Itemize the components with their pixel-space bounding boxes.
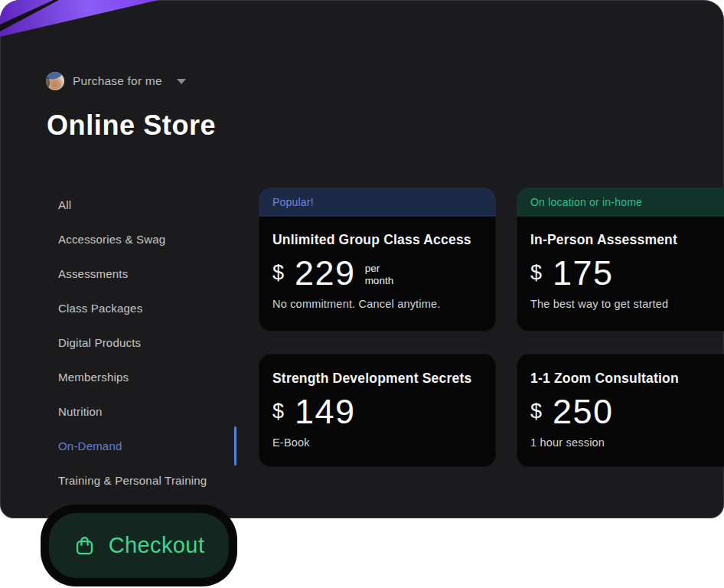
- product-subtitle: The best way to get started: [530, 298, 724, 310]
- product-card-in-person-assessment[interactable]: On location or in-home In-Person Assessm…: [517, 188, 724, 332]
- currency-symbol: $: [272, 400, 284, 423]
- price-amount: 229: [295, 256, 356, 291]
- product-title: 1-1 Zoom Consultation: [530, 371, 724, 387]
- checkout-label: Checkout: [109, 533, 205, 558]
- price-row: $ 250: [530, 394, 724, 430]
- currency-symbol: $: [272, 261, 284, 285]
- purple-swoosh-decoration: [0, 0, 168, 46]
- screenshot-root: { "header": { "purchase_for_label": "Pur…: [0, 0, 724, 588]
- product-card-strength-development-secrets[interactable]: Strength Development Secrets $ 149 E-Boo…: [259, 354, 496, 467]
- purchase-for-label: Purchase for me: [73, 74, 162, 88]
- avatar: [46, 72, 64, 90]
- sidebar-item-all[interactable]: All: [58, 188, 234, 222]
- currency-symbol: $: [530, 400, 542, 423]
- active-category-indicator: [234, 426, 236, 466]
- price-amount: 250: [553, 394, 614, 430]
- chevron-down-icon: [177, 79, 186, 84]
- checkout-button-outline: Checkout: [41, 505, 237, 586]
- category-sidebar: All Accessories & Swag Assessments Class…: [58, 188, 234, 498]
- product-title: Strength Development Secrets: [272, 371, 482, 387]
- product-title: In-Person Assessment: [530, 232, 724, 248]
- product-subtitle: No commitment. Cancel anytime.: [272, 298, 482, 310]
- product-title: Unlimited Group Class Access: [272, 232, 482, 248]
- online-store-panel: Purchase for me Online Store All Accesso…: [0, 0, 724, 518]
- shopping-bag-icon: [73, 534, 96, 557]
- on-location-badge: On location or in-home: [517, 188, 724, 217]
- price-period: per month: [365, 263, 394, 287]
- sidebar-item-training-personal-training[interactable]: Training & Personal Training: [58, 463, 234, 498]
- price-row: $ 229 per month: [272, 256, 482, 291]
- sidebar-item-nutrition[interactable]: Nutrition: [58, 394, 234, 429]
- price-amount: 175: [553, 256, 614, 291]
- product-card-zoom-consultation[interactable]: 1-1 Zoom Consultation $ 250 1 hour sessi…: [517, 354, 724, 467]
- purchase-for-dropdown[interactable]: Purchase for me: [46, 72, 186, 90]
- sidebar-item-on-demand[interactable]: On-Demand: [58, 429, 234, 463]
- price-row: $ 149: [272, 394, 482, 430]
- price-row: $ 175: [530, 256, 724, 291]
- product-subtitle: E-Book: [272, 436, 482, 449]
- sidebar-item-accessories-swag[interactable]: Accessories & Swag: [58, 222, 234, 256]
- price-amount: 149: [295, 394, 356, 430]
- page-title: Online Store: [47, 109, 216, 142]
- sidebar-item-class-packages[interactable]: Class Packages: [58, 291, 234, 325]
- product-card-unlimited-group-class-access[interactable]: Popular! Unlimited Group Class Access $ …: [259, 188, 496, 332]
- popular-badge: Popular!: [259, 188, 496, 217]
- checkout-button[interactable]: Checkout: [49, 513, 229, 578]
- sidebar-item-assessments[interactable]: Assessments: [58, 256, 234, 291]
- sidebar-item-memberships[interactable]: Memberships: [58, 360, 234, 394]
- product-subtitle: 1 hour session: [530, 436, 724, 449]
- currency-symbol: $: [530, 261, 542, 285]
- sidebar-item-digital-products[interactable]: Digital Products: [58, 325, 234, 360]
